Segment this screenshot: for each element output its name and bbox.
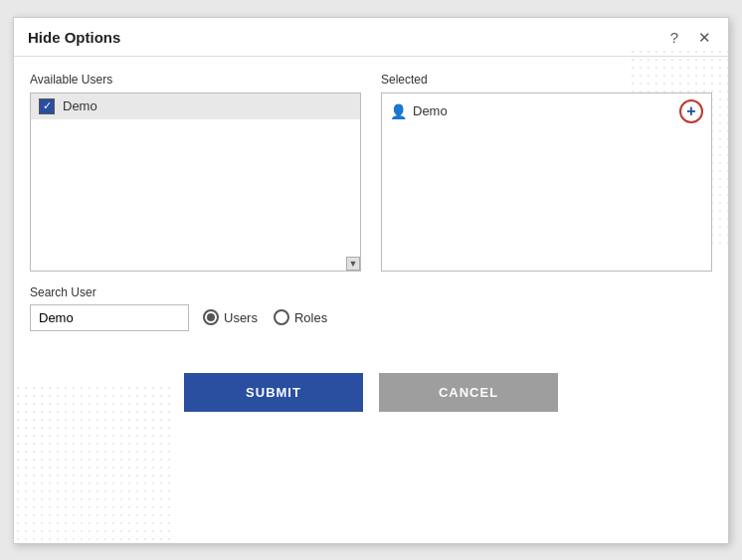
- radio-roles-label[interactable]: Roles: [274, 309, 327, 325]
- radio-roles-text: Roles: [294, 310, 327, 325]
- selected-item: 👤 Demo +: [382, 93, 711, 129]
- available-users-list[interactable]: ✓ Demo ▼: [30, 93, 361, 272]
- available-user-name: Demo: [63, 98, 97, 113]
- radio-users-label[interactable]: Users: [203, 309, 258, 325]
- scrollbar-down-arrow[interactable]: ▼: [346, 257, 360, 271]
- close-button[interactable]: ✕: [694, 28, 714, 48]
- hide-options-dialog: Hide Options ? ✕ Available Users ✓ Demo: [13, 17, 729, 544]
- selected-item-left: 👤 Demo: [390, 103, 448, 119]
- add-button[interactable]: +: [679, 99, 703, 123]
- radio-roles-outer[interactable]: [274, 309, 289, 325]
- available-users-label: Available Users: [30, 73, 361, 87]
- checkmark-icon: ✓: [43, 100, 52, 111]
- selected-list[interactable]: 👤 Demo +: [381, 93, 712, 272]
- search-input[interactable]: [30, 304, 189, 331]
- list-item[interactable]: ✓ Demo: [31, 93, 360, 119]
- user-icon: 👤: [390, 103, 407, 119]
- two-col-layout: Available Users ✓ Demo ▼ Selected: [30, 73, 712, 272]
- search-section: Search User Users Roles: [30, 285, 712, 331]
- selected-user-name: Demo: [413, 103, 448, 118]
- dialog-titlebar: Hide Options ? ✕: [14, 18, 728, 57]
- help-button[interactable]: ?: [664, 28, 684, 48]
- dialog-footer: SUBMIT CANCEL: [14, 343, 728, 432]
- selected-col: Selected 👤 Demo +: [381, 73, 712, 272]
- titlebar-icons: ? ✕: [664, 28, 714, 48]
- radio-group: Users Roles: [203, 309, 327, 325]
- search-row: Users Roles: [30, 304, 712, 331]
- search-label: Search User: [30, 285, 712, 299]
- cancel-button[interactable]: CANCEL: [379, 373, 558, 412]
- available-users-col: Available Users ✓ Demo ▼: [30, 73, 361, 272]
- checkbox-demo[interactable]: ✓: [39, 98, 55, 114]
- submit-button[interactable]: SUBMIT: [184, 373, 363, 412]
- radio-users-inner: [207, 313, 215, 321]
- dialog-body: Available Users ✓ Demo ▼ Selected: [14, 57, 728, 331]
- radio-users-text: Users: [224, 310, 258, 325]
- available-users-list-inner: ✓ Demo: [31, 93, 360, 119]
- selected-label: Selected: [381, 73, 712, 87]
- dialog-title: Hide Options: [28, 29, 120, 46]
- radio-users-outer[interactable]: [203, 309, 219, 325]
